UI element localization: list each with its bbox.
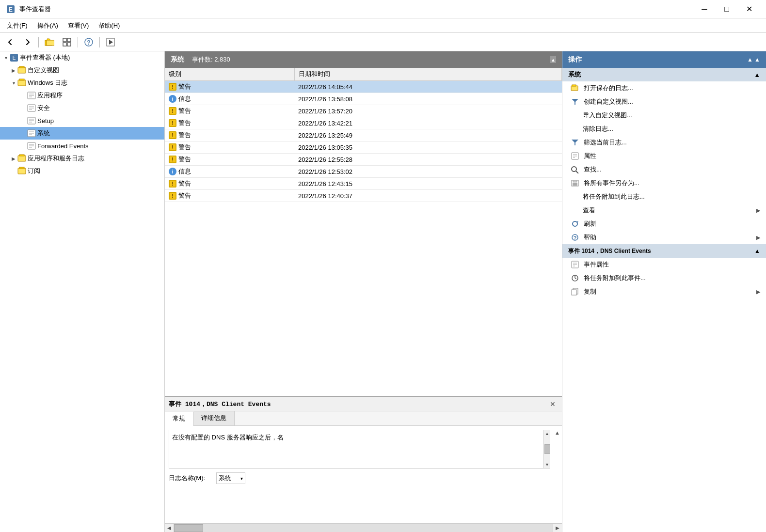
tree-item-custom-views[interactable]: ▶ 自定义视图 — [0, 64, 164, 77]
detail-scroll-down-arrow[interactable]: ▼ — [545, 462, 549, 467]
tree-item-windows-logs[interactable]: ▾ Windows 日志 — [0, 77, 164, 89]
actions-header-arrow: ▲ ▲ — [747, 56, 760, 63]
clock-icon — [570, 273, 580, 283]
table-row[interactable]: !警告2022/1/26 13:05:35 — [165, 141, 562, 154]
svg-rect-43 — [572, 85, 576, 86]
events-scroll-up[interactable]: ▲ — [550, 56, 556, 63]
detail-content-scroll-up[interactable]: ▲ — [555, 430, 560, 436]
table-row[interactable]: !警告2022/1/26 13:42:21 — [165, 117, 562, 129]
field-logname-dropdown[interactable]: 系统 ▾ — [216, 472, 245, 484]
minimize-button[interactable]: ─ — [693, 0, 716, 18]
filter2-icon — [570, 138, 580, 147]
help-button[interactable]: ? — [80, 35, 97, 49]
action-attach-task-log[interactable]: 将任务附加到此日志... — [562, 190, 766, 203]
action-help[interactable]: ? 帮助 ▶ — [562, 231, 766, 244]
col-datetime[interactable]: 日期和时间 — [294, 68, 562, 81]
action-event-properties[interactable]: 事件属性 — [562, 258, 766, 271]
grid-button[interactable] — [59, 35, 75, 49]
menu-file[interactable]: 文件(F) — [2, 18, 32, 33]
security-icon — [27, 104, 36, 112]
table-row[interactable]: !警告2022/1/26 12:40:37 — [165, 190, 562, 202]
svg-line-51 — [576, 171, 578, 173]
tree-item-security[interactable]: ▶ 安全 — [0, 102, 164, 114]
cell-datetime: 2022/1/26 13:58:08 — [294, 93, 562, 105]
detail-hscroll[interactable]: ◀ ▶ — [165, 523, 562, 532]
play-button[interactable] — [102, 35, 119, 49]
custom-views-expand[interactable]: ▶ — [10, 66, 17, 74]
svg-rect-14 — [18, 67, 26, 73]
warning-icon: ! — [169, 180, 176, 188]
cell-datetime: 2022/1/26 12:40:37 — [294, 190, 562, 202]
action-clear-log[interactable]: 清除日志... — [562, 122, 766, 136]
forward-button[interactable] — [19, 35, 36, 49]
hscroll-thumb[interactable] — [174, 524, 203, 532]
table-row[interactable]: !警告2022/1/26 12:55:28 — [165, 154, 562, 166]
open-log-button[interactable] — [41, 35, 58, 49]
warning-icon: ! — [169, 119, 176, 127]
maximize-button[interactable]: □ — [716, 0, 738, 18]
table-row[interactable]: !警告2022/1/26 13:57:20 — [165, 105, 562, 117]
action-save-events[interactable]: 将所有事件另存为... — [562, 176, 766, 190]
table-row[interactable]: !警告2022/1/26 12:43:15 — [165, 178, 562, 190]
action-refresh[interactable]: 刷新 — [562, 217, 766, 231]
table-row[interactable]: i信息2022/1/26 13:58:08 — [165, 93, 562, 105]
tree-item-system[interactable]: ▶ 系统 — [0, 127, 164, 140]
warning-icon: ! — [169, 131, 176, 139]
events-table-container[interactable]: 级别 日期和时间 !警告2022/1/26 14:05:44i信息2022/1/… — [165, 68, 562, 396]
info-icon: i — [169, 168, 176, 175]
app-service-expand[interactable]: ▶ — [10, 155, 17, 162]
col-level[interactable]: 级别 — [165, 68, 294, 81]
hscroll-left[interactable]: ◀ — [165, 524, 174, 532]
back-button[interactable] — [2, 35, 18, 49]
action-attach-task-event[interactable]: 将任务附加到此事件... — [562, 271, 766, 285]
detail-close-button[interactable]: ✕ — [547, 399, 558, 409]
hscroll-right[interactable]: ▶ — [553, 524, 562, 532]
left-panel: ▾ E 事件查看器 (本地) ▶ 自定义视图 ▾ — [0, 51, 165, 532]
action-create-custom-view[interactable]: 创建自定义视图... — [562, 95, 766, 109]
actions-header-title: 操作 — [568, 55, 582, 64]
events-panel-count: 事件数: 2,830 — [192, 55, 230, 64]
root-expand[interactable]: ▾ — [2, 54, 10, 62]
hscroll-track[interactable] — [174, 524, 553, 532]
svg-line-65 — [575, 278, 576, 279]
windows-logs-expand[interactable]: ▾ — [10, 79, 17, 87]
cell-level: !警告 — [165, 178, 294, 190]
action-view[interactable]: 查看 ▶ — [562, 203, 766, 217]
tree-item-forwarded-events[interactable]: ▶ Forwarded Events — [0, 140, 164, 152]
actions-section-system[interactable]: 系统 ▲ — [562, 68, 766, 81]
title-bar: E 事件查看器 ─ □ ✕ — [0, 0, 766, 18]
menu-view[interactable]: 查看(V) — [63, 18, 94, 33]
action-attach-task-log-label: 将任务附加到此日志... — [583, 192, 645, 201]
action-filter-log[interactable]: 筛选当前日志... — [562, 136, 766, 149]
action-properties[interactable]: 属性 — [562, 149, 766, 163]
tree-item-application[interactable]: ▶ 应用程序 — [0, 89, 164, 102]
tree-item-subscriptions[interactable]: ▶ 订阅 — [0, 165, 164, 177]
table-row[interactable]: i信息2022/1/26 12:53:02 — [165, 166, 562, 178]
detail-scroll-thumb[interactable] — [544, 444, 550, 454]
menu-action[interactable]: 操作(A) — [32, 18, 63, 33]
action-find[interactable]: 查找... — [562, 163, 766, 176]
clear-icon — [570, 124, 579, 134]
actions-section-event[interactable]: 事件 1014，DNS Client Events ▲ — [562, 244, 766, 258]
action-refresh-label: 刷新 — [584, 219, 596, 228]
detail-scrollbar[interactable]: ▲ ▼ — [543, 430, 550, 468]
detail-scroll-up-arrow[interactable]: ▲ — [545, 431, 549, 436]
action-event-props-label: 事件属性 — [584, 260, 609, 269]
tab-general[interactable]: 常规 — [165, 412, 193, 426]
action-copy[interactable]: 复制 ▶ — [562, 285, 766, 298]
table-row[interactable]: !警告2022/1/26 13:25:49 — [165, 129, 562, 141]
menu-help[interactable]: 帮助(H) — [94, 18, 125, 33]
action-attach-task-event-label: 将任务附加到此事件... — [584, 274, 646, 282]
svg-text:E: E — [9, 6, 13, 13]
close-button[interactable]: ✕ — [738, 0, 760, 18]
tree-root[interactable]: ▾ E 事件查看器 (本地) — [0, 51, 164, 64]
tree-item-app-service[interactable]: ▶ 应用程序和服务日志 — [0, 152, 164, 165]
action-open-saved-log[interactable]: 打开保存的日志... — [562, 81, 766, 95]
title-bar-controls: ─ □ ✕ — [693, 0, 760, 18]
table-row[interactable]: !警告2022/1/26 14:05:44 — [165, 81, 562, 93]
tab-detail[interactable]: 详细信息 — [193, 411, 235, 425]
tree-item-setup[interactable]: ▶ Setup — [0, 114, 164, 127]
level-text: 信息 — [178, 167, 191, 176]
action-import-custom-view[interactable]: 导入自定义视图... — [562, 109, 766, 122]
warning-icon: ! — [169, 192, 176, 200]
